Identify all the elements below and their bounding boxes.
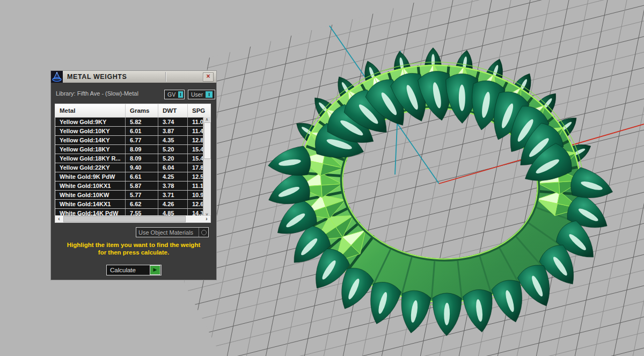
table-cell: White Gold:9K PdW <box>55 172 126 181</box>
table-row[interactable]: Yellow Gold:18KY8.095.2015.41 <box>55 144 210 154</box>
table-body[interactable]: Yellow Gold:9KY5.823.7411.08Yellow Gold:… <box>55 117 210 217</box>
scroll-right-icon[interactable]: › <box>203 216 210 222</box>
table-cell: 4.26 <box>158 200 188 208</box>
table-cell: 6.04 <box>158 163 188 172</box>
calculate-button[interactable]: Calculate ▶ <box>106 265 162 275</box>
play-icon: ▶ <box>150 265 160 275</box>
table-cell: White Gold:10KW <box>55 191 126 199</box>
table-row[interactable]: White Gold:9K PdW6.614.2512.59 <box>55 172 210 181</box>
table-cell: 4.25 <box>158 172 188 181</box>
titlebar-divider <box>165 72 166 82</box>
library-label: Library: Fifth Ave - (Slow)-Metal <box>56 90 138 97</box>
column-header-metal[interactable]: Metal <box>55 104 126 117</box>
circle-icon <box>201 230 207 235</box>
instruction-line2: for then press calculate. <box>51 249 216 256</box>
close-button[interactable]: × <box>203 72 214 82</box>
table-cell: 5.77 <box>126 191 158 199</box>
table-cell: 8.09 <box>126 154 158 163</box>
materials-select-button[interactable] <box>199 228 208 237</box>
table-row[interactable]: Yellow Gold:18KY R...8.095.2015.41 <box>55 154 210 163</box>
table-header-row: MetalGramsDWTSPG <box>55 104 210 117</box>
app-stage: METAL WEIGHTS × Library: Fifth Ave - (Sl… <box>0 0 644 356</box>
instruction-line1: Highlight the item you want to find the … <box>51 241 216 249</box>
materials-select-value: Use Object Materials <box>136 229 199 236</box>
gv-button[interactable]: GV I <box>164 90 185 99</box>
table-cell: 5.82 <box>126 118 158 126</box>
table-cell: 9.40 <box>126 163 158 172</box>
table-cell: 6.01 <box>126 127 158 135</box>
table-cell: 6.62 <box>126 200 158 208</box>
table-cell: 4.35 <box>158 136 188 144</box>
instruction-text: Highlight the item you want to find the … <box>51 241 216 256</box>
table-cell: Yellow Gold:22KY <box>55 163 126 172</box>
metal-weights-dialog[interactable]: METAL WEIGHTS × Library: Fifth Ave - (Sl… <box>50 70 217 280</box>
vertical-scrollbar[interactable]: ∧ ∨ <box>203 117 210 217</box>
table-cell: 6.61 <box>126 172 158 181</box>
column-header-dwt[interactable]: DWT <box>158 104 188 117</box>
table-cell: 5.87 <box>126 181 158 190</box>
table-cell: 3.87 <box>158 127 188 135</box>
table-cell: 5.20 <box>158 145 188 154</box>
metal-table[interactable]: MetalGramsDWTSPG Yellow Gold:9KY5.823.74… <box>55 104 211 218</box>
horizontal-scroll-thumb[interactable] <box>63 216 186 222</box>
table-row[interactable]: White Gold:10KX15.873.7811.18 <box>55 181 210 190</box>
scroll-up-icon[interactable]: ∧ <box>203 117 210 122</box>
table-cell: Yellow Gold:9KY <box>55 118 126 126</box>
dialog-titlebar[interactable]: METAL WEIGHTS × <box>51 71 216 83</box>
user-button[interactable]: User I <box>188 90 215 99</box>
user-button-label: User <box>191 91 203 98</box>
materials-select[interactable]: Use Object Materials <box>136 227 209 237</box>
table-row[interactable]: White Gold:10KW5.773.7110.99 <box>55 190 210 199</box>
gv-button-label: GV <box>167 91 175 98</box>
table-cell: Yellow Gold:10KY <box>55 127 126 135</box>
calculate-button-label: Calculate <box>107 267 150 273</box>
table-cell: 3.71 <box>158 191 188 199</box>
table-cell: Yellow Gold:18KY <box>55 145 126 154</box>
table-cell: White Gold:10KX1 <box>55 181 126 190</box>
library-row: Library: Fifth Ave - (Slow)-Metal GV I U… <box>51 83 216 102</box>
table-cell: 5.20 <box>158 154 188 163</box>
user-indicator-icon: I <box>206 91 213 98</box>
column-header-grams[interactable]: Grams <box>126 104 158 117</box>
scroll-left-icon[interactable]: ‹ <box>55 216 63 222</box>
table-cell: 6.77 <box>126 136 158 144</box>
table-cell: Yellow Gold:14KY <box>55 136 126 144</box>
dialog-title: METAL WEIGHTS <box>63 73 127 81</box>
horizontal-scrollbar[interactable]: ‹ › <box>55 215 211 223</box>
table-cell: 3.74 <box>158 118 188 126</box>
table-cell: 3.78 <box>158 181 188 190</box>
table-row[interactable]: Yellow Gold:22KY9.406.0417.89 <box>55 163 210 172</box>
close-icon: × <box>206 72 210 80</box>
table-row[interactable]: Yellow Gold:10KY6.013.8711.45 <box>55 126 210 135</box>
gv-indicator-icon: I <box>178 91 183 98</box>
table-row[interactable]: Yellow Gold:14KY6.774.3512.88 <box>55 135 210 144</box>
vertical-scroll-thumb[interactable] <box>204 122 211 159</box>
table-row[interactable]: White Gold:14KX16.624.2612.61 <box>55 199 210 208</box>
table-cell: White Gold:14KX1 <box>55 200 126 208</box>
column-header-spg[interactable]: SPG <box>188 104 210 117</box>
scale-icon <box>51 71 63 83</box>
table-cell: 8.09 <box>126 145 158 154</box>
table-cell: Yellow Gold:18KY R... <box>55 154 126 163</box>
table-row[interactable]: Yellow Gold:9KY5.823.7411.08 <box>55 117 210 126</box>
